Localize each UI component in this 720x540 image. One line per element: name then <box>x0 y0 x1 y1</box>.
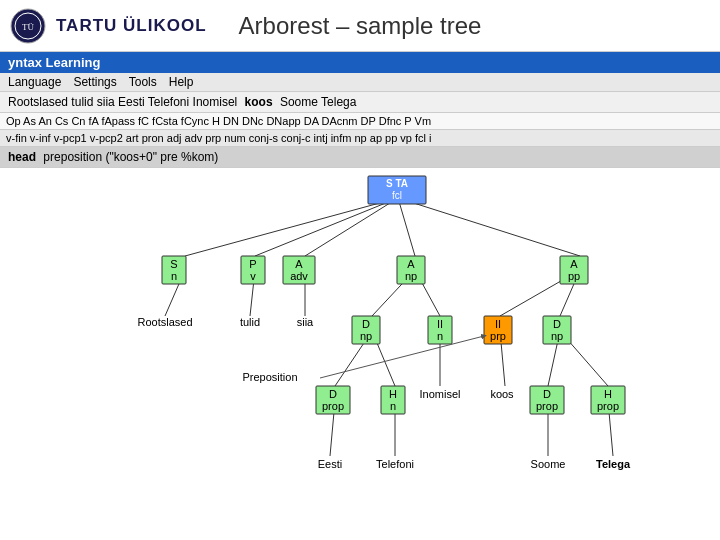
svg-text:A: A <box>295 258 303 270</box>
svg-text:D: D <box>362 318 370 330</box>
tags-text: v-fin v-inf v-pcp1 v-pcp2 art pron adj a… <box>6 132 432 144</box>
svg-text:np: np <box>551 330 563 342</box>
svg-text:n: n <box>437 330 443 342</box>
svg-text:Inomisel: Inomisel <box>420 388 461 400</box>
svg-text:np: np <box>360 330 372 342</box>
university-name: TARTU ÜLIKOOL <box>56 16 207 36</box>
features-text: Op As An Cs Cn fA fApass fC fCsta fCync … <box>6 115 431 127</box>
menu-tools[interactable]: Tools <box>129 75 157 89</box>
svg-text:D: D <box>553 318 561 330</box>
svg-line-77 <box>320 336 484 378</box>
svg-text:TÜ: TÜ <box>22 22 34 32</box>
svg-text:A: A <box>570 258 578 270</box>
svg-text:II: II <box>437 318 443 330</box>
svg-text:n: n <box>171 270 177 282</box>
svg-text:adv: adv <box>290 270 308 282</box>
sentence-bar: Rootslased tulid siia Eesti Telefoni Ino… <box>0 92 720 113</box>
svg-text:prop: prop <box>322 400 344 412</box>
svg-text:n: n <box>390 400 396 412</box>
svg-text:H: H <box>604 388 612 400</box>
svg-text:Eesti: Eesti <box>318 458 342 470</box>
svg-text:H: H <box>389 388 397 400</box>
svg-text:II: II <box>495 318 501 330</box>
sentence-bold-word: koos <box>245 95 273 109</box>
svg-text:Preposition: Preposition <box>242 371 297 383</box>
svg-text:S TA: S TA <box>386 178 408 189</box>
toolbar-label: yntax Learning <box>8 55 100 70</box>
svg-text:prop: prop <box>597 400 619 412</box>
info-text: preposition ("koos+0" pre %kom) <box>43 150 218 164</box>
menu-settings[interactable]: Settings <box>73 75 116 89</box>
tag-bar: v-fin v-inf v-pcp1 v-pcp2 art pron adj a… <box>0 130 720 147</box>
menu-language[interactable]: Language <box>8 75 61 89</box>
svg-line-7 <box>398 198 580 256</box>
svg-text:D: D <box>329 388 337 400</box>
svg-text:tulid: tulid <box>240 316 260 328</box>
syntax-toolbar: yntax Learning <box>0 52 720 73</box>
svg-line-6 <box>398 198 415 256</box>
svg-text:A: A <box>407 258 415 270</box>
head-label: head <box>8 150 36 164</box>
tree-svg: S TA fcl S n P v A adv A np A pp Rootsla… <box>0 168 720 478</box>
svg-text:koos: koos <box>490 388 514 400</box>
svg-line-3 <box>185 198 398 256</box>
feature-bar: Op As An Cs Cn fA fApass fC fCsta fCync … <box>0 113 720 130</box>
svg-text:D: D <box>543 388 551 400</box>
tree-area: S TA fcl S n P v A adv A np A pp Rootsla… <box>0 168 720 478</box>
sentence-prefix: Rootslased tulid siia Eesti Telefoni Ino… <box>8 95 237 109</box>
svg-line-5 <box>305 198 398 256</box>
svg-text:pp: pp <box>568 270 580 282</box>
svg-line-4 <box>255 198 398 256</box>
page-title: Arborest – sample tree <box>239 12 482 40</box>
svg-text:siia: siia <box>297 316 314 328</box>
svg-text:Telefoni: Telefoni <box>376 458 414 470</box>
svg-text:Rootslased: Rootslased <box>137 316 192 328</box>
svg-text:Soome: Soome <box>531 458 566 470</box>
info-bar: head preposition ("koos+0" pre %kom) <box>0 147 720 168</box>
svg-text:prp: prp <box>490 330 506 342</box>
svg-text:Telega: Telega <box>596 458 631 470</box>
svg-text:np: np <box>405 270 417 282</box>
sentence-suffix: Soome Telega <box>280 95 357 109</box>
svg-text:P: P <box>249 258 256 270</box>
menu-bar: Language Settings Tools Help <box>0 73 720 92</box>
svg-text:fcl: fcl <box>392 190 402 201</box>
svg-text:prop: prop <box>536 400 558 412</box>
header: TÜ TARTU ÜLIKOOL Arborest – sample tree <box>0 0 720 52</box>
svg-text:S: S <box>170 258 177 270</box>
university-logo: TÜ <box>10 8 46 44</box>
svg-text:v: v <box>250 270 256 282</box>
menu-help[interactable]: Help <box>169 75 194 89</box>
